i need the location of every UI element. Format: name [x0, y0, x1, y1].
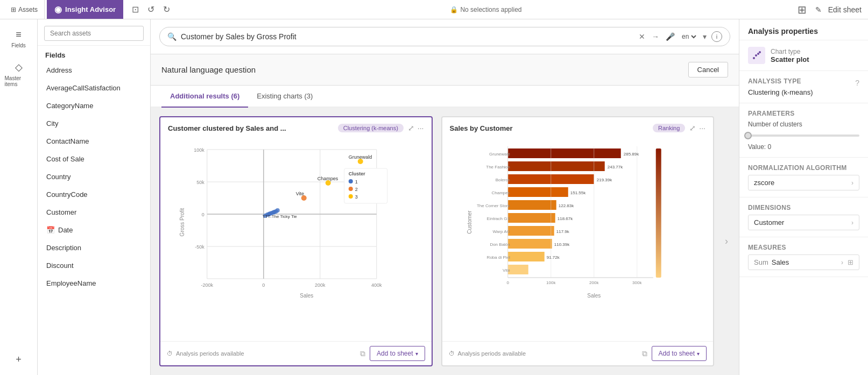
apps-icon[interactable]: ⊞ — [795, 1, 809, 18]
field-item-employee[interactable]: EmployeeName — [42, 274, 146, 292]
field-item-date[interactable]: 📅 Date — [42, 221, 146, 239]
field-item-avg-call[interactable]: AverageCallSatisfaction — [42, 79, 146, 97]
analysis-type-help-icon[interactable]: ? — [855, 79, 859, 87]
sidebar-item-fields[interactable]: ≡ Fields — [2, 24, 36, 54]
field-item-country-code[interactable]: CountryCode — [42, 186, 146, 203]
field-item-country[interactable]: Country — [42, 168, 146, 186]
add-icon: + — [16, 354, 22, 365]
field-item-discount[interactable]: Discount — [42, 257, 146, 274]
svg-point-41 — [349, 187, 353, 191]
chart-card-bar-header: Sales by Customer Ranking ⤢ ··· — [442, 117, 714, 139]
insight-label: Insight Advisor — [65, 5, 116, 13]
svg-text:Sales: Sales — [587, 293, 601, 299]
tab-existing-charts[interactable]: Existing charts (3) — [248, 86, 321, 108]
chevron-right-icon[interactable]: › — [725, 236, 728, 247]
svg-text:200k: 200k — [315, 282, 326, 288]
chart-type-label: Chart type — [771, 48, 809, 55]
chart-scatter-footer: ⏱ Analysis periods available ⧉ Add to sh… — [160, 341, 432, 365]
more-options-icon-2[interactable]: ··· — [699, 124, 705, 132]
topbar-tools: ⊡ ↺ ↻ — [125, 2, 177, 17]
svg-text:219.39k: 219.39k — [596, 178, 612, 182]
svg-rect-50 — [507, 161, 604, 171]
field-item-description[interactable]: Description — [42, 239, 146, 257]
norm-algo-section: Normalization algorithm zscore › — [739, 158, 868, 197]
tab-additional-results[interactable]: Additional results (6) — [161, 86, 248, 108]
right-panel-title: Analysis properties — [739, 19, 868, 40]
field-item-address[interactable]: Address — [42, 61, 146, 79]
add-to-sheet-button-1[interactable]: Add to sheet ▾ — [370, 346, 425, 361]
analysis-periods-2: ⏱ Analysis periods available — [449, 350, 526, 357]
measures-label: Measures — [748, 244, 859, 251]
field-item-city[interactable]: City — [42, 115, 146, 132]
charts-scroll-right[interactable]: › — [723, 116, 730, 366]
arrow-icon[interactable]: → — [650, 31, 661, 43]
fields-search — [38, 19, 150, 46]
language-selector[interactable]: en — [680, 32, 698, 41]
field-label-description: Description — [46, 244, 81, 252]
fields-panel: Fields Address AverageCallSatisfaction C… — [38, 19, 151, 375]
grid-icon: ⊞ — [11, 6, 16, 13]
dimensions-value: Customer — [754, 218, 784, 227]
search-input[interactable] — [181, 32, 633, 41]
svg-point-29 — [276, 208, 280, 213]
info-icon[interactable]: i — [711, 31, 722, 42]
value-label: Value: 0 — [748, 143, 859, 151]
left-sidebar: ≡ Fields ◇ Master items + — [0, 19, 38, 375]
cancel-button[interactable]: Cancel — [688, 62, 728, 77]
add-to-sheet-button-2[interactable]: Add to sheet ▾ — [652, 346, 707, 361]
charts-area: Customer clustered by Sales and ... Clus… — [151, 108, 739, 375]
svg-point-88 — [757, 53, 759, 55]
svg-text:The Fashion: The Fashion — [486, 165, 510, 169]
forward-icon[interactable]: ↻ — [161, 2, 172, 17]
field-item-category[interactable]: CategoryName — [42, 97, 146, 115]
svg-rect-68 — [507, 239, 552, 249]
svg-text:100k: 100k — [194, 147, 204, 153]
measures-chevron-icon: › — [841, 259, 843, 266]
back-icon[interactable]: ↺ — [145, 2, 157, 17]
svg-rect-56 — [507, 187, 568, 197]
svg-point-86 — [753, 57, 755, 59]
svg-text:Don Balón: Don Balón — [490, 242, 510, 247]
svg-text:Warp AG: Warp AG — [492, 229, 510, 234]
dimensions-chevron-icon: › — [851, 219, 853, 227]
field-item-customer[interactable]: Customer — [42, 203, 146, 221]
measures-selector[interactable]: Sum Sales › ⊞ — [748, 254, 859, 270]
insight-advisor-tab[interactable]: ◉ Insight Advisor — [47, 0, 123, 19]
more-options-icon[interactable]: ··· — [418, 124, 424, 132]
svg-text:Grunewald: Grunewald — [489, 152, 510, 157]
svg-text:243.77k: 243.77k — [607, 165, 623, 169]
sidebar-item-master-items[interactable]: ◇ Master items — [2, 56, 36, 93]
fields-header: Fields — [38, 46, 150, 61]
measures-section: Measures Sum Sales › ⊞ — [739, 237, 868, 277]
slider-thumb[interactable] — [744, 132, 752, 139]
share-icon-2[interactable]: ⧉ — [642, 349, 647, 358]
field-item-contact[interactable]: ContactName — [42, 132, 146, 150]
field-item-cost-of-sale[interactable]: Cost of Sale — [42, 150, 146, 168]
share-icon-1[interactable]: ⧉ — [360, 349, 365, 358]
sidebar-item-fields-label: Fields — [11, 43, 26, 48]
norm-algo-selector[interactable]: zscore › — [748, 175, 859, 190]
svg-text:0: 0 — [202, 212, 204, 217]
expand-icon[interactable]: ⤢ — [408, 124, 414, 132]
dimensions-selector[interactable]: Customer › — [748, 215, 859, 230]
svg-text:The Corner Store: The Corner Store — [476, 203, 510, 208]
field-label-contact: ContactName — [46, 137, 89, 145]
norm-algo-chevron-icon: › — [851, 179, 853, 187]
camera-icon[interactable]: ⊡ — [130, 2, 141, 17]
topbar: ⊞ Assets ◉ Insight Advisor ⊡ ↺ ↻ 🔒 No se… — [0, 0, 868, 19]
svg-text:0: 0 — [262, 282, 265, 288]
clear-icon[interactable]: ✕ — [637, 31, 647, 43]
cluster-slider[interactable] — [748, 130, 859, 141]
parameters-label: Parameters — [748, 110, 859, 117]
sidebar-item-add[interactable]: + — [2, 349, 36, 371]
analysis-type-value: Clustering (k-means) — [748, 88, 813, 96]
scatter-type-icon — [748, 47, 765, 64]
search-assets-input[interactable] — [44, 26, 144, 41]
expand-icon-2[interactable]: ⤢ — [689, 124, 696, 132]
calendar-icon: 📅 — [46, 226, 55, 234]
mic-icon[interactable]: 🎤 — [664, 31, 676, 43]
svg-text:0: 0 — [506, 280, 509, 285]
edit-sheet-button[interactable]: ✎ Edit sheet — [813, 3, 864, 16]
field-label-country-code: CountryCode — [46, 190, 88, 199]
assets-tab[interactable]: ⊞ Assets — [4, 0, 45, 19]
